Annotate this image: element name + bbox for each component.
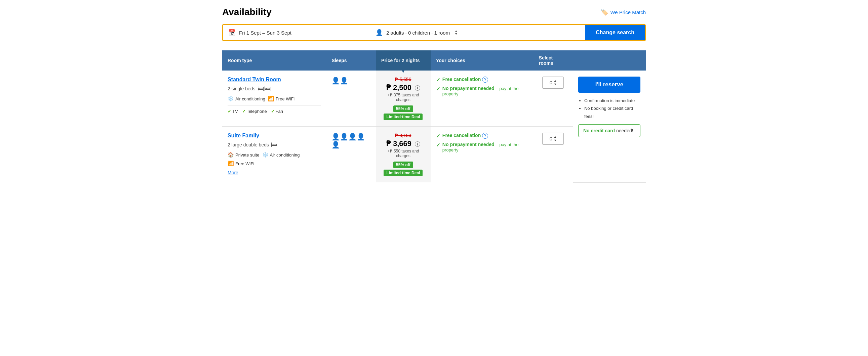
check-icon: ✓ xyxy=(227,109,231,114)
original-price: ₱ 5,556 xyxy=(381,77,425,82)
guests-icon: 👤 xyxy=(375,29,383,36)
room-beds: 2 large double beds 🛏 xyxy=(227,141,321,148)
amenity-label: Air conditioning xyxy=(270,152,300,157)
guests-stepper[interactable]: ▲ ▼ xyxy=(455,30,458,36)
room-features: ✓TV✓Telephone✓Fan xyxy=(227,109,321,114)
select-cell: 0 ▲ ▼ xyxy=(533,127,573,183)
price-info-icon[interactable]: i xyxy=(415,85,420,91)
checkmark-icon: ✓ xyxy=(436,86,440,92)
amenity: 🏠 Private suite xyxy=(227,152,259,158)
amenity-label: Air conditioning xyxy=(235,96,265,101)
choices-cell: ✓ Free cancellation? ✓ No prepayment nee… xyxy=(431,71,533,127)
amenity-icon: ❄️ xyxy=(227,96,234,102)
choice-item: ✓ Free cancellation? xyxy=(436,133,528,139)
price-match-icon: 🏷️ xyxy=(601,8,608,16)
choice-info-icon[interactable]: ? xyxy=(482,133,488,139)
room-name[interactable]: Standard Twin Room xyxy=(227,77,321,83)
dates-text: Fri 1 Sept – Sun 3 Sept xyxy=(239,30,291,36)
choices-cell: ✓ Free cancellation? ✓ No prepayment nee… xyxy=(431,127,533,183)
select-arrows[interactable]: ▲ ▼ xyxy=(554,79,557,86)
choice-label: Free cancellation xyxy=(442,133,481,138)
taxes-text: +₱ 550 taxes and charges xyxy=(381,149,425,158)
choice-label: No prepayment needed xyxy=(442,142,495,147)
choice-info-icon[interactable]: ? xyxy=(482,77,488,83)
select-arrows[interactable]: ▲ ▼ xyxy=(554,135,557,142)
change-search-button[interactable]: Change search xyxy=(585,25,645,40)
reserve-cell: I'll reserve Confirmation is immediateNo… xyxy=(573,71,646,182)
feature-label: TV xyxy=(232,109,238,114)
room-name[interactable]: Suite Family xyxy=(227,133,321,139)
feature-label: Telephone xyxy=(247,109,267,114)
reserve-button[interactable]: I'll reserve xyxy=(578,77,641,93)
price-match-badge: 🏷️ We Price Match xyxy=(601,8,646,16)
room-select-control[interactable]: 0 ▲ ▼ xyxy=(542,133,564,145)
check-icon: ✓ xyxy=(271,109,275,114)
beds-text: 2 large double beds xyxy=(227,142,269,147)
no-credit-bold: No credit card xyxy=(583,128,615,133)
feature: ✓TV xyxy=(227,109,238,114)
choice-label: Free cancellation xyxy=(442,77,481,82)
col-select: Select rooms xyxy=(533,50,573,71)
more-link[interactable]: More xyxy=(227,170,321,175)
amenity-icon: 📶 xyxy=(268,96,274,102)
sleeps-icons: 👤👤👤👤👤 xyxy=(332,133,370,149)
room-amenities: 🏠 Private suite ❄️ Air conditioning 📶 Fr… xyxy=(227,152,321,167)
checkmark-icon: ✓ xyxy=(436,142,440,148)
no-credit-card-notice: No credit card needed! xyxy=(578,124,641,137)
select-cell: 0 ▲ ▼ xyxy=(533,71,573,127)
amenity-label: Free WiFi xyxy=(276,96,294,101)
sleeps-icons: 👤👤 xyxy=(332,77,370,85)
reserve-notes: Confirmation is immediateNo booking or c… xyxy=(578,97,641,120)
amenity-label: Private suite xyxy=(235,152,259,157)
taxes-text: +₱ 375 taxes and charges xyxy=(381,93,425,102)
room-type-cell: Standard Twin Room 2 single beds 🛏🛏 ❄️ A… xyxy=(222,71,326,127)
guests-field[interactable]: 👤 2 adults · 0 children · 1 room ▲ ▼ xyxy=(370,25,585,40)
sleeps-cell: 👤👤 xyxy=(326,71,376,127)
amenity: 📶 Free WiFi xyxy=(268,96,294,102)
price-cell: ₱ 8,153 ₱ 3,669 i +₱ 550 taxes and charg… xyxy=(376,127,431,183)
room-amenities: ❄️ Air conditioning 📶 Free WiFi xyxy=(227,96,321,102)
amenity-icon: 🏠 xyxy=(227,152,234,158)
sleeps-cell: 👤👤👤👤👤 xyxy=(326,127,376,183)
amenity-icon: ❄️ xyxy=(262,152,269,158)
table-row: Standard Twin Room 2 single beds 🛏🛏 ❄️ A… xyxy=(222,71,646,127)
select-value: 0 xyxy=(550,136,552,141)
decrement-arrow[interactable]: ▼ xyxy=(554,139,557,142)
room-type-cell: Suite Family 2 large double beds 🛏 🏠 Pri… xyxy=(222,127,326,183)
amenity: 📶 Free WiFi xyxy=(227,161,254,167)
beds-text: 2 single beds xyxy=(227,86,255,91)
choice-item: ✓ Free cancellation? xyxy=(436,77,528,83)
discount-badge: 55% off xyxy=(393,162,413,168)
current-price: ₱ 2,500 i xyxy=(381,83,425,92)
price-cell: ₱ 5,556 ₱ 2,500 i +₱ 375 taxes and charg… xyxy=(376,71,431,127)
reserve-note: No booking or credit card fees! xyxy=(584,104,641,120)
availability-table: Room type Sleeps Price for 2 nights Your… xyxy=(222,50,646,183)
feature-label: Fan xyxy=(276,109,283,114)
table-header: Room type Sleeps Price for 2 nights Your… xyxy=(222,50,646,71)
amenity-label: Free WiFi xyxy=(235,161,254,166)
col-choices: Your choices xyxy=(431,50,533,71)
decrement-arrow[interactable]: ▼ xyxy=(554,83,557,86)
choice-item: ✓ No prepayment needed – pay at the prop… xyxy=(436,86,528,96)
room-beds: 2 single beds 🛏🛏 xyxy=(227,85,321,92)
choice-content: Free cancellation? xyxy=(442,77,488,83)
choice-content: Free cancellation? xyxy=(442,133,488,139)
room-select-control[interactable]: 0 ▲ ▼ xyxy=(542,77,564,89)
price-info-icon[interactable]: i xyxy=(415,141,420,147)
feature: ✓Fan xyxy=(271,109,283,114)
amenity: ❄️ Air conditioning xyxy=(227,96,265,102)
bed-icon: 🛏 xyxy=(271,141,278,148)
calendar-icon: 📅 xyxy=(228,29,236,36)
page-title: Availability xyxy=(222,7,272,17)
increment-arrow[interactable]: ▲ xyxy=(554,79,557,83)
increment-arrow[interactable]: ▲ xyxy=(554,135,557,139)
dates-field[interactable]: 📅 Fri 1 Sept – Sun 3 Sept xyxy=(223,25,370,40)
original-price: ₱ 8,153 xyxy=(381,133,425,138)
deal-badge: Limited-time Deal xyxy=(383,170,423,176)
current-price: ₱ 3,669 i xyxy=(381,139,425,148)
checkmark-icon: ✓ xyxy=(436,77,440,83)
search-bar: 📅 Fri 1 Sept – Sun 3 Sept 👤 2 adults · 0… xyxy=(222,24,646,41)
col-price: Price for 2 nights xyxy=(376,50,431,71)
deal-badge: Limited-time Deal xyxy=(383,113,423,120)
page-header: Availability 🏷️ We Price Match xyxy=(222,7,646,17)
